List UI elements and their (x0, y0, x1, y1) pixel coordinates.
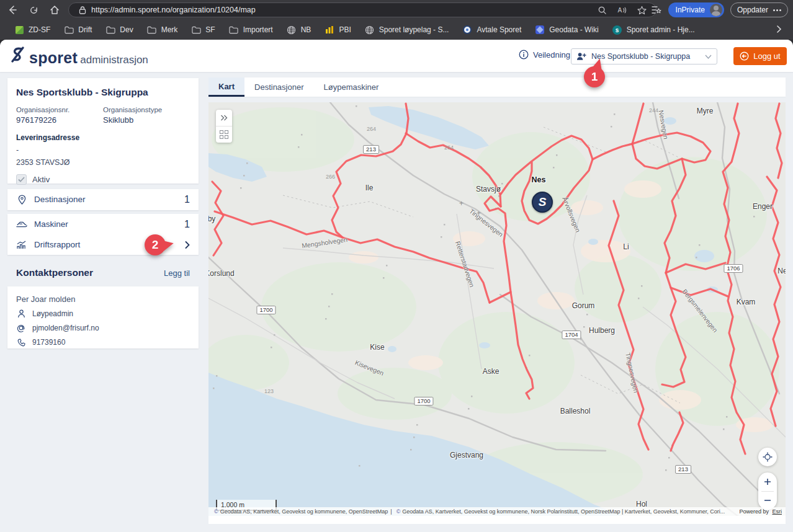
update-browser-button[interactable]: Oppdater (730, 2, 788, 17)
ski-trail-polyline[interactable] (776, 104, 782, 178)
organization-name: Nes Sportsklubb - Skigruppa (16, 87, 190, 98)
bookmark-label: Merk (161, 25, 178, 34)
ski-trail-polyline[interactable] (767, 177, 781, 426)
bookmark-label: Avtale Sporet (477, 25, 521, 34)
collections-icon[interactable] (651, 4, 662, 16)
map-canvas[interactable]: NesStavsjøIleMyreEngerLiKvamNeGorumHulbe… (208, 102, 786, 524)
sporet-logo-icon (10, 46, 26, 63)
favorite-star-icon[interactable] (636, 4, 647, 16)
bookmark-item[interactable]: Avtale Sporet (457, 22, 527, 37)
bookmark-item[interactable]: Sporet løypelag - S... (359, 22, 455, 37)
active-checkbox[interactable] (16, 174, 27, 185)
bookmark-label: Geodata - Wiki (549, 25, 598, 34)
app-logo: sporet administrasjon (10, 46, 148, 67)
bookmarks-overflow-icon[interactable] (773, 24, 784, 35)
inprivate-badge[interactable]: InPrivate (668, 2, 724, 17)
tab-kart[interactable]: Kart (208, 78, 244, 97)
lock-icon (79, 6, 86, 14)
contact-email[interactable]: pjmolden@frisurf.no (32, 324, 99, 332)
elevation-label: 264 (367, 126, 376, 132)
read-aloud-icon[interactable]: A (616, 4, 627, 16)
home-icon[interactable] (46, 2, 63, 18)
orgnr-label: Organisasjonsnr. (16, 106, 103, 113)
road-shield: 1704 (562, 330, 581, 339)
bookmark-item[interactable]: SF (186, 22, 220, 37)
sidebar-item-destinasjoner[interactable]: Destinasjoner 1 (7, 189, 199, 210)
bookmark-item[interactable]: Dev (100, 22, 138, 37)
contact-name: Per Joar molden (16, 295, 190, 304)
map-place-label: Myre (697, 107, 714, 115)
expand-panel-button[interactable] (216, 110, 232, 126)
ski-trail-polyline[interactable] (632, 133, 710, 169)
report-chart-icon (16, 241, 27, 249)
orgtype-value: Skiklubb (103, 115, 190, 125)
ski-trail-polyline[interactable] (332, 104, 408, 237)
sidebar-item-maskiner[interactable]: Maskiner 1 (7, 214, 199, 234)
esri-link[interactable]: Esri (773, 508, 782, 515)
bookmark-label: ZD-SF (29, 25, 50, 34)
bookmark-item[interactable]: Importert (223, 22, 279, 37)
bookmark-item[interactable]: PBI (319, 22, 356, 37)
more-options-icon[interactable] (773, 9, 781, 11)
chevron-right-icon (185, 241, 190, 249)
locate-me-button[interactable] (758, 448, 777, 466)
powered-by-label: Powered by (739, 508, 769, 515)
add-contact-link[interactable]: Legg til (164, 268, 190, 278)
active-checkbox-label: Aktiv (32, 175, 50, 184)
bookmark-item[interactable]: Merk (141, 22, 184, 37)
map-place-label: Nes (532, 175, 546, 184)
zoom-search-icon[interactable] (596, 4, 607, 16)
ski-trail-polyline[interactable] (671, 288, 728, 296)
bookmark-label: Importert (243, 25, 273, 34)
tab-destinasjoner[interactable]: Destinasjoner (244, 78, 314, 97)
folder-icon (64, 25, 74, 35)
map-place-label: Kise (370, 343, 384, 352)
person-plus-icon (576, 52, 586, 61)
address-bar[interactable]: https://admin.sporet.no/organization/102… (68, 2, 656, 17)
ski-trail-polyline[interactable] (671, 412, 683, 451)
bookmark-label: Dev (120, 25, 133, 34)
phone-icon (16, 339, 26, 347)
powerbi-icon (325, 25, 334, 35)
ski-trail-polyline[interactable] (511, 292, 533, 399)
globe-icon (287, 25, 297, 35)
ski-trail-polyline[interactable] (723, 104, 745, 454)
bookmark-item[interactable]: Geodata - Wiki (529, 22, 604, 37)
address-line-1: - (16, 146, 190, 154)
back-icon[interactable] (4, 2, 21, 18)
organization-selector[interactable]: Nes Sportsklubb - Skigruppa (571, 48, 717, 64)
ski-trail-polyline[interactable] (609, 201, 648, 450)
bookmark-item[interactable]: Drift (58, 22, 97, 37)
app-header: sporet administrasjon Veiledning Nes Spo… (0, 40, 793, 72)
tab-loypemaskiner[interactable]: Løypemaskiner (314, 78, 389, 97)
map-attribution: © Geodata AS, Kartverket, Geovekst og ko… (208, 507, 786, 516)
help-link[interactable]: Veiledning (519, 50, 570, 60)
bookmark-item[interactable]: NB (281, 22, 317, 37)
ski-trail-polyline[interactable] (593, 144, 632, 159)
zoom-in-button[interactable] (758, 472, 777, 491)
road-shield: 1700 (414, 397, 433, 406)
basemap-gallery-button[interactable] (216, 126, 232, 143)
orgnr-value: 976179226 (16, 115, 103, 125)
ski-trail-polyline[interactable] (632, 104, 643, 144)
map-place-label: Li (623, 242, 629, 251)
road-shield: 213 (363, 145, 379, 154)
site-indigo-icon (535, 25, 545, 35)
bookmark-item[interactable]: ZD-SF (9, 22, 56, 37)
contact-phone[interactable]: 91739160 (32, 338, 65, 347)
ski-trail-polyline[interactable] (215, 211, 490, 303)
logout-button[interactable]: Logg ut (733, 47, 787, 65)
map-place-label: Gjestvang (450, 451, 483, 459)
globe-icon (365, 25, 375, 35)
sidebar-item-driftsrapport[interactable]: Driftsrapport 2 (7, 234, 199, 255)
basemap-grid-icon (220, 130, 228, 139)
chevron-down-icon (705, 55, 712, 59)
tab-bar: Kart Destinasjoner Løypemaskiner (208, 78, 786, 97)
map-place-label: Gorum (572, 301, 595, 310)
ski-trail-polyline[interactable] (485, 197, 511, 303)
bookmark-item[interactable]: sSporet admin - Hje... (607, 22, 701, 37)
refresh-icon[interactable] (25, 2, 42, 18)
sporet-map-marker[interactable]: S (532, 192, 553, 213)
ski-trail-polyline[interactable] (666, 263, 725, 273)
info-icon (519, 50, 529, 60)
